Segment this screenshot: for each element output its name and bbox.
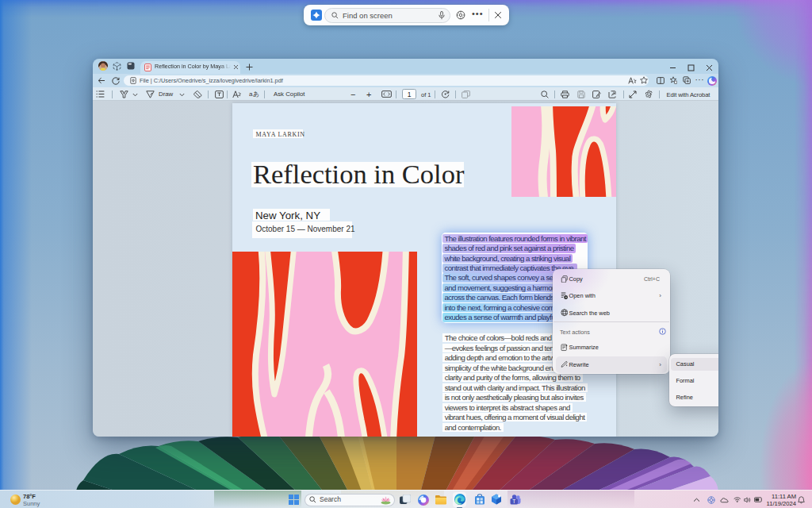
svg-text:あ: あ: [253, 90, 259, 98]
svg-text:T: T: [512, 498, 515, 503]
